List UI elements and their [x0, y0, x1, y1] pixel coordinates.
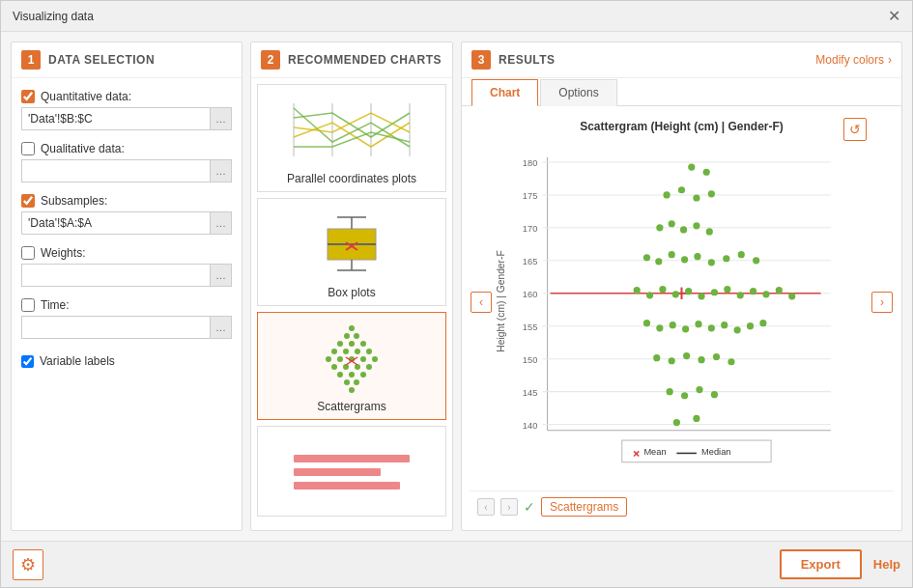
window-title: Visualizing data: [13, 10, 94, 23]
svg-point-89: [685, 288, 692, 294]
svg-point-105: [734, 326, 741, 333]
chart-prev-btn[interactable]: ‹: [471, 292, 492, 313]
time-input[interactable]: [21, 316, 211, 339]
panel1-number: 1: [21, 50, 41, 70]
svg-point-85: [634, 287, 641, 294]
svg-point-97: [788, 293, 795, 299]
main-window: Visualizing data ✕ 1 DATA SELECTION Quan…: [0, 0, 913, 588]
qualitative-browse-btn[interactable]: …: [211, 159, 232, 182]
chart-item-summary[interactable]: [257, 426, 446, 517]
help-btn[interactable]: Help: [873, 549, 900, 579]
chart-nav-back-btn[interactable]: ‹: [477, 498, 495, 516]
chart-thumb-parallel: [274, 91, 429, 168]
panel1-body: Quantitative data: … Qualitative data:: [12, 78, 242, 530]
panel3-number: 3: [471, 50, 491, 70]
panel1-title: DATA SELECTION: [48, 53, 155, 67]
qualitative-input[interactable]: [21, 159, 211, 182]
svg-point-109: [669, 357, 675, 364]
time-field: Time: …: [21, 298, 232, 339]
quantitative-checkbox-row: Quantitative data:: [21, 90, 232, 103]
svg-text:150: 150: [523, 355, 537, 365]
svg-point-12: [349, 325, 355, 331]
panel3-chart-body: ‹ ↺ Scattergram (Height (cm) | Gender-F)…: [462, 106, 901, 530]
quantitative-browse-btn[interactable]: …: [211, 107, 232, 130]
weights-input-row: …: [21, 264, 232, 287]
svg-point-91: [711, 289, 718, 295]
quantitative-checkbox[interactable]: [21, 90, 35, 103]
panel3-title: RESULTS: [499, 53, 556, 67]
svg-point-115: [681, 392, 688, 399]
svg-point-106: [747, 322, 754, 329]
panel2-header: 2 RECOMMENDED CHARTS: [251, 42, 452, 78]
svg-point-22: [326, 356, 331, 362]
svg-point-18: [331, 349, 337, 354]
weights-browse-btn[interactable]: …: [211, 264, 232, 287]
settings-btn[interactable]: ⚙: [13, 549, 43, 580]
svg-rect-40: [294, 468, 381, 476]
y-axis-label: Height (cm) | Gender-F: [496, 250, 506, 351]
svg-point-79: [681, 256, 688, 263]
panel1-header: 1 DATA SELECTION: [12, 42, 242, 78]
svg-point-73: [680, 226, 687, 233]
svg-point-69: [693, 194, 699, 201]
svg-point-100: [670, 322, 676, 328]
weights-label: Weights:: [41, 246, 85, 260]
chart-item-scatter[interactable]: Scattergrams: [257, 312, 446, 420]
svg-point-21: [366, 349, 372, 354]
chart-nav-fwd-btn[interactable]: ›: [500, 498, 518, 516]
subsamples-input[interactable]: [21, 211, 211, 235]
time-checkbox[interactable]: [21, 298, 35, 312]
weights-input[interactable]: [21, 264, 211, 287]
quantitative-label: Quantitative data:: [41, 90, 131, 103]
svg-point-87: [659, 286, 666, 293]
chart-next-btn[interactable]: ›: [871, 292, 893, 313]
svg-point-82: [723, 255, 729, 262]
charts-list: Parallel coordinates plots: [251, 78, 452, 530]
tab-options[interactable]: Options: [540, 79, 616, 106]
tab-chart[interactable]: Chart: [471, 79, 538, 106]
summary-icon: [274, 445, 429, 498]
svg-point-74: [693, 222, 699, 229]
qualitative-checkbox[interactable]: [21, 142, 35, 155]
modify-colors-btn[interactable]: Modify colors ›: [815, 53, 892, 67]
chart-item-parallel[interactable]: Parallel coordinates plots: [257, 84, 446, 192]
svg-point-93: [737, 292, 744, 298]
svg-point-107: [759, 320, 766, 326]
export-btn[interactable]: Export: [780, 549, 862, 579]
footer-right: Export Help: [780, 549, 900, 579]
variable-labels-checkbox[interactable]: [21, 355, 34, 368]
svg-point-94: [750, 288, 756, 294]
time-browse-btn[interactable]: …: [211, 316, 232, 339]
checkmark-icon: ✓: [524, 499, 535, 515]
svg-point-72: [669, 220, 675, 227]
svg-point-33: [360, 372, 366, 378]
refresh-btn[interactable]: ↺: [843, 118, 867, 141]
svg-point-19: [343, 349, 349, 354]
svg-point-88: [672, 291, 679, 297]
svg-point-95: [762, 291, 769, 297]
main-content: 1 DATA SELECTION Quantitative data: …: [1, 32, 912, 541]
svg-point-116: [696, 386, 702, 393]
svg-rect-41: [294, 482, 400, 490]
svg-text:175: 175: [523, 191, 537, 201]
chart-item-box[interactable]: Box plots: [257, 198, 446, 306]
svg-point-117: [711, 391, 718, 398]
box-plot-icon: [274, 208, 429, 280]
svg-point-32: [349, 372, 355, 378]
svg-point-66: [703, 169, 710, 176]
svg-point-98: [643, 320, 650, 326]
svg-point-108: [653, 354, 660, 361]
subsamples-browse-btn[interactable]: …: [211, 211, 232, 235]
weights-checkbox[interactable]: [21, 246, 35, 260]
weights-field: Weights: …: [21, 246, 232, 287]
subsamples-checkbox[interactable]: [21, 194, 35, 208]
close-button[interactable]: ✕: [888, 9, 900, 24]
svg-text:140: 140: [523, 421, 537, 431]
svg-text:165: 165: [523, 257, 537, 266]
svg-point-15: [337, 341, 343, 347]
qualitative-input-row: …: [21, 159, 232, 182]
svg-rect-39: [294, 455, 410, 462]
quantitative-input[interactable]: [21, 107, 211, 130]
svg-point-76: [643, 254, 650, 261]
panel2-number: 2: [261, 50, 280, 70]
